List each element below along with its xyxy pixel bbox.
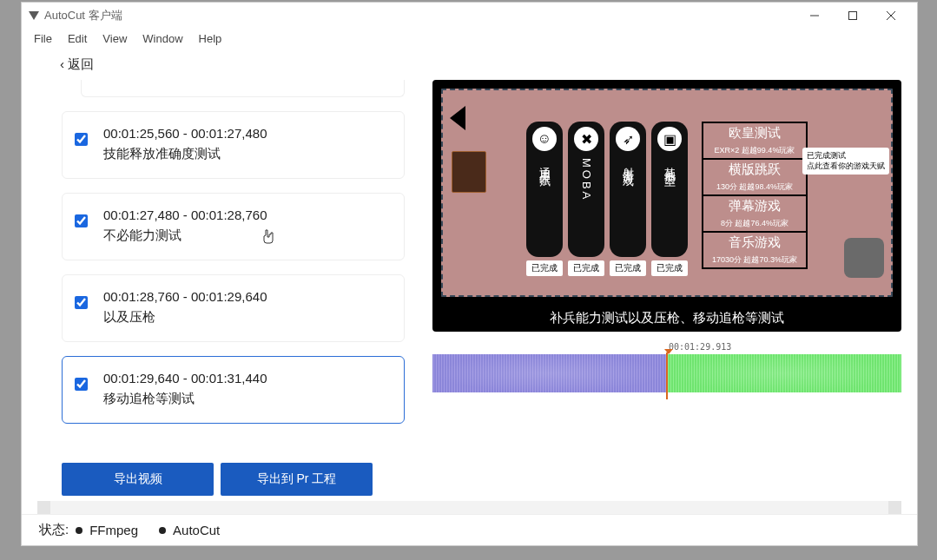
preview-badge-icon — [452, 151, 486, 193]
close-button[interactable] — [872, 3, 910, 28]
preview-pane: ☺通用天赋 已完成 ✖MOBA 已完成 ➶射击游戏 已完成 — [408, 80, 907, 496]
subtitle-checkbox[interactable] — [75, 133, 88, 146]
playhead[interactable] — [666, 352, 668, 399]
video-preview[interactable]: ☺通用天赋 已完成 ✖MOBA 已完成 ➶射击游戏 已完成 — [432, 80, 901, 332]
subtitle-time: 00:01:28,760 - 00:01:29,640 — [103, 289, 392, 304]
preview-bubble: 已完成测试 点此查看你的游戏天赋 — [802, 148, 889, 175]
col-icon: ▣ — [657, 127, 682, 151]
mascot-icon — [844, 238, 884, 278]
subtitle-text: 移动追枪等测试 — [103, 391, 392, 407]
status-ffmpeg: FFmpeg — [89, 523, 138, 537]
subtitle-checkbox[interactable] — [75, 378, 88, 391]
svg-rect-1 — [849, 12, 857, 20]
subtitle-text: 技能释放准确度测试 — [103, 146, 392, 162]
subtitle-checkbox[interactable] — [75, 296, 88, 309]
waveform-track-a[interactable] — [432, 354, 667, 392]
status-autocut: AutoCut — [173, 523, 220, 537]
app-window: AutoCut 客户端 File Edit View Window Help ‹… — [21, 2, 918, 546]
timeline[interactable]: 00:01:29.913 — [432, 344, 901, 392]
export-pr-button[interactable]: 导出到 Pr 工程 — [221, 463, 373, 496]
subtitle-checkbox[interactable] — [75, 214, 88, 227]
menu-window[interactable]: Window — [135, 30, 189, 47]
subtitle-card[interactable]: 00:01:25,560 - 00:01:27,480 技能释放准确度测试 — [62, 111, 405, 179]
subtitle-text: 不必能力测试 — [103, 227, 392, 244]
timeline-time-label: 00:01:29.913 — [669, 342, 731, 352]
status-label: 状态: — [39, 522, 69, 538]
menu-help[interactable]: Help — [192, 30, 229, 47]
horizontal-scrollbar[interactable] — [37, 501, 901, 514]
menu-edit[interactable]: Edit — [61, 30, 94, 47]
preview-back-icon — [450, 106, 465, 130]
waveform-track-b[interactable] — [667, 354, 901, 392]
menu-view[interactable]: View — [96, 30, 134, 47]
col-icon: ☺ — [532, 127, 557, 151]
subtitle-card[interactable]: 00:01:27,480 - 00:01:28,760 不必能力测试 — [62, 193, 405, 260]
subtitle-time: 00:01:27,480 - 00:01:28,760 — [103, 208, 392, 222]
app-logo-icon — [29, 11, 39, 20]
titlebar: AutoCut 客户端 — [22, 3, 917, 29]
subtitle-list-pane: 00:01:25,560 - 00:01:27,480 技能释放准确度测试 00… — [43, 80, 408, 496]
col-icon: ✖ — [574, 127, 598, 151]
list-item-partial — [81, 80, 405, 97]
col-icon: ➶ — [616, 127, 640, 151]
menu-file[interactable]: File — [27, 30, 59, 47]
preview-caption: 补兵能力测试以及压枪、移动追枪等测试 — [432, 310, 901, 326]
subtitle-card[interactable]: 00:01:28,760 - 00:01:29,640 以及压枪 — [62, 274, 405, 342]
back-link[interactable]: ‹ 返回 — [60, 56, 94, 71]
status-dot-icon — [159, 527, 166, 534]
subtitle-time: 00:01:25,560 - 00:01:27,480 — [103, 126, 392, 141]
menubar: File Edit View Window Help — [22, 29, 917, 48]
status-dot-icon — [76, 527, 82, 534]
app-title: AutoCut 客户端 — [44, 8, 122, 23]
subtitle-card-active[interactable]: 00:01:29,640 - 00:01:31,440 移动追枪等测试 — [62, 356, 405, 424]
subtitle-text: 以及压枪 — [103, 309, 392, 326]
minimize-button[interactable] — [795, 3, 834, 28]
maximize-button[interactable] — [834, 3, 872, 28]
export-video-button[interactable]: 导出视频 — [62, 463, 214, 496]
statusbar: 状态: FFmpeg AutoCut — [22, 514, 917, 545]
subtitle-time: 00:01:29,640 - 00:01:31,440 — [103, 371, 392, 385]
